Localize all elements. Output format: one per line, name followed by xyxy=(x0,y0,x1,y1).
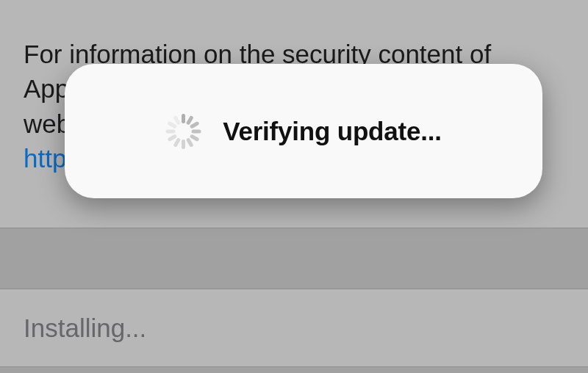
bottom-separator xyxy=(0,367,588,373)
verifying-update-dialog: Verifying update... xyxy=(65,64,542,198)
section-separator xyxy=(0,228,588,289)
install-row[interactable]: Installing... xyxy=(0,289,588,367)
spinner-icon xyxy=(165,114,201,149)
verifying-update-text: Verifying update... xyxy=(223,117,442,146)
install-status-label: Installing... xyxy=(24,314,146,343)
